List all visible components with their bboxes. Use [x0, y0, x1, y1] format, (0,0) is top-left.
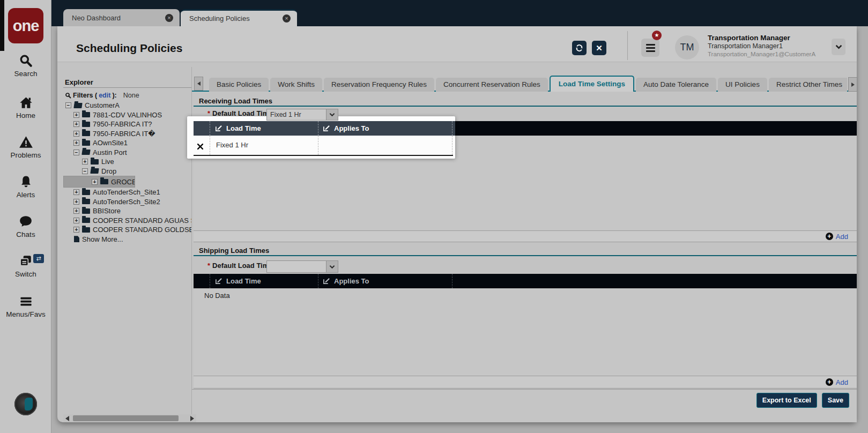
close-page-button[interactable]: ✕ [592, 41, 606, 55]
tab-load-time-settings[interactable]: Load Time Settings [550, 76, 634, 92]
export-to-excel-button[interactable]: Export to Excel [756, 393, 817, 408]
tree-item-7950-fabrica-it-[interactable]: +7950-FABRICA IT? [63, 120, 191, 129]
tree-item-label: GROCERYDDG [111, 178, 135, 186]
collapse-icon[interactable]: − [82, 168, 88, 174]
sidebar-item-alerts[interactable]: Alerts [0, 175, 51, 199]
edit-column-icon[interactable] [323, 278, 330, 285]
chevron-down-icon[interactable] [326, 109, 338, 120]
tabs-scroll-right-button[interactable] [848, 77, 857, 92]
tab-auto-date-tolerance[interactable]: Auto Date Tolerance [636, 78, 716, 92]
page-title: Scheduling Policies [76, 42, 182, 55]
tree-item-groceryddg[interactable]: +GROCERYDDG [63, 176, 135, 188]
user-role: Transportation Manager [708, 34, 831, 42]
tabs-scroll-left-button[interactable] [194, 77, 203, 91]
tree-item-cooper-standard-aguas-sealing-3[interactable]: +COOPER STANDARD AGUAS SEALING (3 [63, 216, 191, 226]
expand-icon[interactable]: + [73, 112, 79, 118]
sidebar-item-chats[interactable]: Chats [0, 214, 51, 238]
sidebar-item-label: Chats [0, 230, 51, 238]
policy-tabs: Basic PoliciesWork ShiftsReservation Fre… [209, 76, 847, 92]
tab-reservation-frequency-rules[interactable]: Reservation Frequency Rules [324, 78, 434, 92]
folder-icon [82, 131, 90, 136]
receiving-section-title: Receiving Load Times [199, 97, 272, 105]
expand-icon[interactable]: + [73, 208, 79, 214]
arrow-right-icon [851, 83, 855, 87]
edit-column-icon[interactable] [215, 125, 222, 132]
search-icon [65, 92, 71, 99]
tab-concurrent-reservation-rules[interactable]: Concurrent Reservation Rules [436, 78, 548, 92]
save-button[interactable]: Save [822, 393, 849, 408]
user-menu-button[interactable] [832, 39, 845, 55]
tree-item-live[interactable]: +Live [63, 157, 191, 167]
tree-item-autotendersch-site1[interactable]: +AutoTenderSch_Site1 [63, 188, 191, 197]
workspace-tab-scheduling-policies[interactable]: Scheduling Policies × [181, 9, 297, 26]
refresh-icon [575, 43, 584, 53]
shipping-add-link[interactable]: Add [836, 378, 848, 386]
add-icon[interactable]: + [826, 378, 833, 386]
tab-work-shifts[interactable]: Work Shifts [270, 78, 322, 92]
switch-arrows-icon[interactable]: ⇄ [33, 254, 44, 263]
explorer-title: Explorer [65, 78, 93, 86]
chevron-down-icon[interactable] [326, 261, 338, 272]
expand-icon[interactable]: + [73, 218, 79, 223]
workspace-tab-neo-dashboard[interactable]: Neo Dashboard × [63, 9, 180, 26]
expand-icon[interactable]: + [73, 199, 79, 205]
table-bottom-border [194, 155, 453, 156]
close-icon[interactable]: × [165, 14, 173, 22]
edit-column-icon[interactable] [323, 125, 330, 132]
tree-item-label: Live [101, 158, 114, 166]
receiving-default-load-time-select[interactable]: Fixed 1 Hr [266, 109, 338, 121]
add-icon[interactable]: + [826, 233, 833, 240]
tree-item-drop[interactable]: −Drop [63, 167, 191, 176]
scroll-left-button[interactable] [63, 414, 71, 422]
close-icon[interactable]: × [283, 14, 291, 23]
receiving-add-row: + Add [194, 230, 857, 242]
receiving-table-row[interactable]: Fixed 1 Hr [194, 136, 455, 155]
expand-icon[interactable]: + [73, 131, 79, 137]
sidebar-item-label: Home [0, 111, 51, 120]
receiving-add-link[interactable]: Add [836, 233, 848, 241]
sidebar-item-switch[interactable]: Switch⇄ [0, 254, 51, 278]
refresh-button[interactable] [572, 41, 587, 55]
sidebar-item-menus-favs[interactable]: Menus/Favs [0, 294, 51, 318]
shipping-default-load-time-select[interactable] [266, 260, 338, 273]
expand-icon[interactable]: + [82, 159, 88, 165]
tree-item-7881-cdv-valinhos[interactable]: +7881-CDV VALINHOS [63, 110, 191, 120]
expand-icon[interactable]: + [73, 140, 79, 146]
tree-item-bbistore[interactable]: +BBIStore [63, 206, 191, 216]
tab-basic-policies[interactable]: Basic Policies [209, 78, 269, 92]
tree-item-austin-port[interactable]: −Austin Port [63, 148, 191, 158]
expand-icon[interactable]: + [73, 121, 79, 127]
expand-icon[interactable]: + [92, 179, 98, 185]
scrollbar-thumb[interactable] [73, 415, 179, 421]
expand-icon[interactable]: + [73, 189, 79, 195]
filters-edit-link[interactable]: edit [99, 92, 110, 99]
user-avatar[interactable]: TM [675, 35, 699, 59]
column-header-applies-to: Applies To [323, 274, 369, 288]
sidebar-item-search[interactable]: Search [0, 54, 51, 78]
tree-item-customera[interactable]: −CustomerA [63, 101, 191, 110]
tree-item-autotendersch-site2[interactable]: +AutoTenderSch_Site2 [63, 197, 191, 207]
one-network-logo[interactable]: one [8, 8, 43, 43]
edit-column-icon[interactable] [215, 278, 222, 285]
collapse-icon[interactable]: − [73, 150, 79, 155]
delete-row-button[interactable] [197, 142, 203, 152]
notifications-menu-button[interactable] [641, 39, 659, 57]
receiving-default-label: * Default Load Time: [207, 109, 275, 117]
collapse-icon[interactable]: − [65, 102, 71, 108]
expand-icon[interactable]: + [73, 227, 79, 233]
sidebar-item-problems[interactable]: Problems [0, 135, 51, 159]
tree-item-aownsite1[interactable]: +AOwnSite1 [63, 138, 191, 148]
tree-item-cooper-standard-goldsboro[interactable]: +COOPER STANDARD GOLDSBORO [63, 225, 191, 235]
assistant-avatar[interactable] [14, 393, 37, 415]
tab-restrict-other-times[interactable]: Restrict Other Times [769, 78, 847, 92]
explorer-tree: −CustomerA+7881-CDV VALINHOS+7950-FABRIC… [63, 101, 191, 244]
tree-item-show-more-[interactable]: Show More... [63, 235, 191, 244]
sidebar-item-home[interactable]: Home [0, 95, 51, 120]
tree-item-label: AutoTenderSch_Site2 [93, 198, 160, 206]
filters-label-suffix: ): [112, 92, 116, 99]
tree-item-7950-fabrica-it-[interactable]: +7950-FABRICA IT� [63, 129, 191, 139]
scroll-right-button[interactable] [188, 414, 196, 422]
tab-ui-policies[interactable]: UI Policies [718, 78, 767, 92]
tree-item-label: Drop [101, 167, 116, 175]
required-icon: * [207, 109, 210, 117]
